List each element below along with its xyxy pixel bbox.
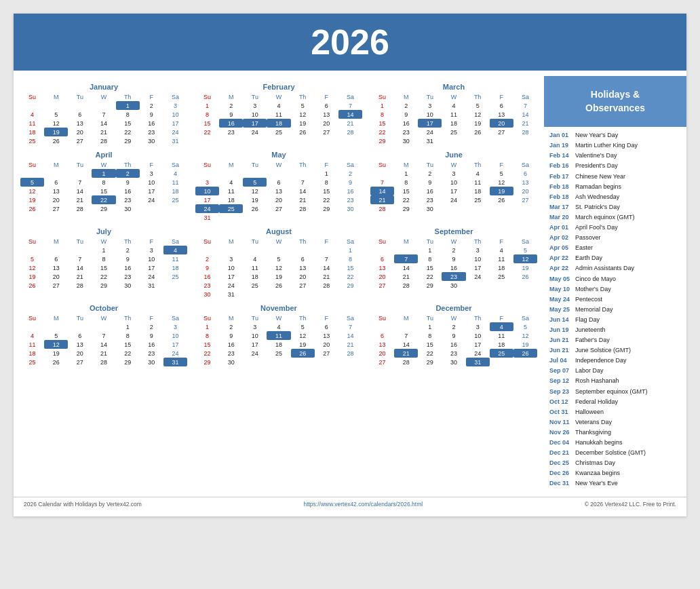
calendar-day: 6 bbox=[44, 254, 68, 263]
holiday-name: June Solstice (GMT) bbox=[575, 346, 631, 355]
calendar-day: 14 bbox=[92, 119, 115, 128]
calendar-day bbox=[394, 246, 418, 254]
calendar-day bbox=[20, 101, 44, 110]
calendar-day: 20 bbox=[68, 128, 92, 136]
calendar-day: 27 bbox=[44, 281, 68, 290]
holiday-date: Feb 18 bbox=[549, 193, 575, 202]
calendar-day: 8 bbox=[418, 331, 442, 340]
month-title-april: April bbox=[20, 151, 187, 159]
calendar-day: 30 bbox=[418, 204, 442, 213]
calendar-day: 1 bbox=[418, 246, 442, 254]
calendar-day: 19 bbox=[291, 119, 315, 128]
calendar-day: 7 bbox=[394, 331, 418, 340]
calendar-day: 9 bbox=[394, 110, 418, 119]
calendar-day: 1 bbox=[315, 169, 338, 178]
calendar-day: 19 bbox=[490, 187, 513, 195]
holiday-date: Nov 26 bbox=[549, 428, 575, 437]
calendar-day bbox=[315, 290, 338, 299]
calendar-day: 25 bbox=[243, 281, 267, 290]
calendar-day: 20 bbox=[370, 349, 394, 358]
calendar-day: 12 bbox=[267, 263, 290, 272]
calendar-day: 28 bbox=[68, 204, 92, 213]
calendar-day: 12 bbox=[291, 331, 315, 340]
calendar-day: 26 bbox=[44, 136, 68, 145]
month-title-july: July bbox=[20, 227, 187, 235]
holiday-name: Easter bbox=[575, 244, 593, 252]
calendar-day: 7 bbox=[338, 322, 362, 331]
calendar-day: 2 bbox=[116, 169, 140, 178]
calendar-day: 26 bbox=[291, 128, 315, 136]
calendar-day: 8 bbox=[116, 110, 140, 119]
calendar-day bbox=[20, 322, 44, 331]
calendar-day: 9 bbox=[116, 178, 140, 187]
calendar-day: 20 bbox=[44, 272, 68, 281]
holiday-item: May 10Mother's Day bbox=[549, 285, 681, 294]
holiday-name: Pentecost bbox=[575, 295, 602, 304]
calendar-day: 9 bbox=[338, 178, 362, 187]
calendar-day: 7 bbox=[68, 178, 92, 187]
calendar-day: 27 bbox=[490, 128, 513, 136]
calendar-day: 11 bbox=[163, 254, 187, 263]
calendar-day: 31 bbox=[219, 290, 243, 299]
holiday-date: Feb 14 bbox=[549, 151, 575, 160]
month-table-june: SuMTuWThFSa12345678910111213141516171819… bbox=[370, 161, 537, 213]
calendar-day: 10 bbox=[466, 331, 490, 340]
calendar-side: JanuarySuMTuWThFSa1234567891011121314151… bbox=[14, 76, 544, 493]
calendar-day: 23 bbox=[116, 272, 140, 281]
calendar-day: 18 bbox=[20, 349, 44, 358]
calendar-day: 15 bbox=[116, 340, 140, 349]
calendar-day: 26 bbox=[466, 128, 490, 136]
month-march: MarchSuMTuWThFSa123456789101112131415161… bbox=[370, 83, 537, 145]
calendar-day: 30 bbox=[442, 281, 465, 290]
holiday-item: Feb 18Ash Wednesday bbox=[549, 193, 681, 202]
calendar-day: 7 bbox=[68, 254, 92, 263]
calendar-day: 18 bbox=[490, 263, 513, 272]
calendar-day: 24 bbox=[442, 195, 465, 204]
calendar-day: 16 bbox=[219, 340, 243, 349]
holiday-date: Dec 21 bbox=[549, 449, 575, 457]
calendar-day: 9 bbox=[442, 331, 465, 340]
calendar-day: 26 bbox=[267, 281, 290, 290]
calendar-day: 10 bbox=[418, 110, 442, 119]
calendar-day: 24 bbox=[243, 128, 267, 136]
calendar-day: 1 bbox=[92, 246, 115, 254]
calendar-day: 28 bbox=[315, 281, 338, 290]
calendar-day: 9 bbox=[219, 331, 243, 340]
calendar-day: 23 bbox=[195, 281, 219, 290]
calendar-day: 12 bbox=[513, 331, 537, 340]
calendar-day: 27 bbox=[513, 195, 537, 204]
calendar-day: 6 bbox=[513, 169, 537, 178]
calendar-day bbox=[219, 169, 243, 178]
calendar-day: 17 bbox=[243, 119, 267, 128]
calendar-day: 21 bbox=[92, 349, 115, 358]
calendar-day: 14 bbox=[68, 187, 92, 195]
calendar-day: 12 bbox=[20, 187, 44, 195]
calendar-day: 30 bbox=[116, 204, 140, 213]
calendar-day: 9 bbox=[219, 110, 243, 119]
calendar-day: 15 bbox=[394, 187, 418, 195]
calendar-day: 21 bbox=[370, 195, 394, 204]
calendar-day: 22 bbox=[92, 272, 115, 281]
calendar-day: 13 bbox=[490, 110, 513, 119]
calendar-day bbox=[267, 169, 290, 178]
calendar-day: 5 bbox=[20, 254, 44, 263]
calendar-day: 17 bbox=[466, 340, 490, 349]
calendar-day bbox=[490, 204, 513, 213]
calendar-day: 20 bbox=[370, 272, 394, 281]
calendar-day: 23 bbox=[338, 195, 362, 204]
calendar-day: 6 bbox=[291, 254, 315, 263]
holiday-item: Nov 11Veterans Day bbox=[549, 418, 681, 427]
footer-center[interactable]: https://www.vertex42.com/calendars/2026.… bbox=[303, 501, 423, 508]
holiday-item: Jun 19Juneteenth bbox=[549, 326, 681, 335]
calendar-day: 18 bbox=[490, 340, 513, 349]
calendar-day: 25 bbox=[466, 195, 490, 204]
calendar-day: 20 bbox=[513, 187, 537, 195]
calendar-day: 4 bbox=[466, 169, 490, 178]
month-title-march: March bbox=[370, 83, 537, 91]
calendar-day bbox=[394, 322, 418, 331]
calendar-day: 23 bbox=[140, 349, 163, 358]
calendar-day: 11 bbox=[466, 178, 490, 187]
month-title-october: October bbox=[20, 304, 187, 312]
holiday-item: Dec 26Kwanzaa begins bbox=[549, 469, 681, 478]
calendar-day: 16 bbox=[140, 340, 163, 349]
